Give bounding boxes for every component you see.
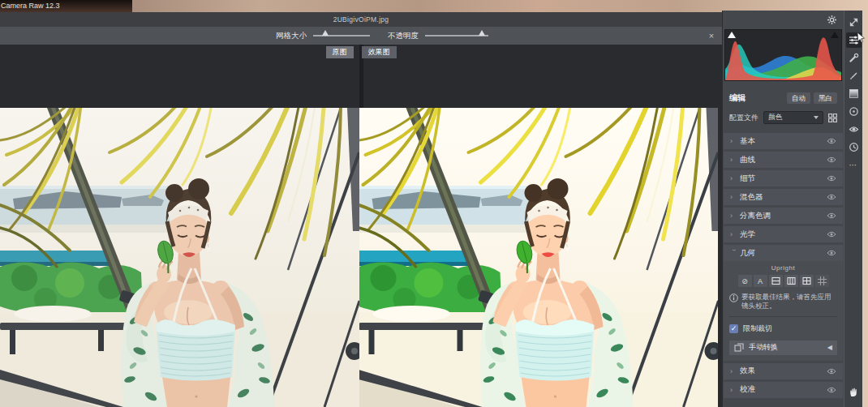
filename-bar: 2UBigivOiPM.jpg [0, 12, 722, 27]
collapse-left-icon[interactable]: ◀ [827, 344, 832, 351]
guided-icon [818, 276, 827, 285]
chevron-right-icon: › [730, 156, 740, 164]
red-eye-icon [849, 124, 859, 135]
view-toggle: 原图 效果图 [0, 46, 722, 58]
opacity-label: 不透明度 [388, 31, 419, 41]
spot-removal-icon [849, 53, 859, 63]
manual-transform-row[interactable]: 手动转换 ◀ [729, 341, 837, 355]
divider [729, 316, 837, 317]
camera-raw-window: Camera Raw 12.3 2UBigivOiPM.jpg 网格大小 不透明… [0, 0, 868, 407]
profile-row: 配置文件 颜色 [723, 109, 844, 126]
chevron-right-icon: › [730, 212, 740, 220]
eye-icon[interactable] [827, 156, 836, 163]
panel-header [723, 11, 844, 29]
settings-gear-icon[interactable] [827, 15, 837, 25]
eye-icon[interactable] [827, 231, 836, 238]
opacity-slider-thumb[interactable] [479, 30, 485, 36]
section-basic[interactable]: › 基本 [724, 133, 843, 149]
upright-guided-button[interactable] [815, 275, 829, 287]
upright-vertical-button[interactable] [784, 275, 798, 287]
original-view-button[interactable]: 原图 [326, 46, 354, 58]
upright-full-button[interactable] [800, 275, 814, 287]
section-geometry[interactable]: › 几何 [724, 245, 843, 261]
mouse-cursor [857, 32, 866, 47]
section-color-mixer[interactable]: › 混色器 [724, 189, 843, 205]
section-curve[interactable]: › 曲线 [724, 152, 843, 168]
adjustment-brush-button[interactable] [846, 68, 862, 84]
graduated-filter-button[interactable] [846, 86, 862, 101]
vertical-icon [787, 276, 796, 285]
chevron-right-icon: › [730, 193, 740, 201]
photo-after[interactable] [359, 108, 718, 407]
highlight-clipping-indicator[interactable] [831, 32, 839, 38]
radial-filter-button[interactable] [846, 104, 862, 119]
info-icon [729, 293, 738, 302]
profile-value: 颜色 [768, 113, 814, 122]
shadow-clipping-indicator[interactable] [728, 32, 736, 38]
upright-auto-button[interactable]: A [754, 275, 767, 287]
upright-buttons: ⊘ A [729, 275, 837, 287]
section-calibration[interactable]: › 校准 [724, 382, 843, 398]
grid-size-slider-thumb[interactable] [322, 30, 329, 36]
bw-button[interactable]: 黑白 [814, 92, 837, 104]
compare-view: 原图 效果图 [0, 45, 722, 407]
section-split-toning[interactable]: › 分离色调 [724, 208, 843, 224]
eye-icon[interactable] [827, 387, 836, 393]
snapshots-icon [849, 142, 859, 152]
constrain-crop-label: 限制裁切 [743, 323, 772, 334]
upright-off-button[interactable]: ⊘ [738, 275, 752, 287]
section-optics[interactable]: › 光学 [724, 226, 843, 242]
level-icon [771, 276, 780, 285]
photo-pair [0, 108, 722, 407]
red-eye-button[interactable] [846, 122, 862, 137]
snapshots-button[interactable] [846, 139, 862, 155]
chevron-down-icon [814, 116, 819, 119]
chevron-down-icon: › [730, 249, 738, 257]
manual-transform-label: 手动转换 [749, 342, 778, 353]
geometry-content: Upright ⊘ A 要获取最佳结果，请首先应用镜头校正。 ✓ 限制裁切 [724, 261, 843, 361]
tool-column: ⋯ [844, 11, 862, 407]
geometry-info: 要获取最佳结果，请首先应用镜头校正。 [729, 293, 837, 311]
upright-level-button[interactable] [769, 275, 783, 287]
chevron-right-icon: › [730, 174, 740, 182]
overlay-controls-bar: 网格大小 不透明度 × [0, 27, 722, 45]
chevron-right-icon: › [730, 137, 740, 145]
constrain-crop-row[interactable]: ✓ 限制裁切 [729, 322, 837, 336]
close-overlay-button[interactable]: × [706, 31, 717, 41]
eye-icon[interactable] [827, 194, 836, 200]
profile-label: 配置文件 [729, 113, 758, 123]
chevron-right-icon: › [730, 367, 740, 375]
transform-icon [734, 343, 744, 352]
grid-size-label: 网格大小 [276, 31, 307, 41]
opacity-slider[interactable] [425, 35, 488, 36]
eye-icon[interactable] [827, 368, 836, 375]
effect-view-button[interactable]: 效果图 [362, 46, 397, 58]
auto-button[interactable]: 自动 [787, 92, 810, 104]
filename-label: 2UBigivOiPM.jpg [333, 15, 389, 24]
expand-button[interactable] [846, 15, 862, 30]
photo-before[interactable] [0, 108, 359, 407]
chevron-right-icon: › [730, 386, 740, 394]
eye-icon[interactable] [827, 175, 836, 182]
grid-size-slider[interactable] [313, 35, 370, 36]
eye-icon[interactable] [827, 250, 836, 256]
full-icon [802, 276, 811, 285]
upright-label: Upright [729, 264, 837, 272]
hand-tool[interactable] [848, 386, 859, 401]
section-effects[interactable]: › 效果 [724, 363, 843, 379]
eye-icon[interactable] [827, 138, 836, 144]
more-tools-button[interactable]: ⋯ [846, 157, 862, 173]
spot-removal-button[interactable] [846, 50, 862, 66]
hand-icon [848, 386, 859, 397]
graduated-filter-icon [849, 88, 859, 99]
titlebar: Camera Raw 12.3 [0, 0, 132, 12]
eye-icon[interactable] [827, 212, 836, 219]
profile-dropdown[interactable]: 颜色 [763, 111, 823, 124]
more-icon: ⋯ [849, 161, 858, 169]
profile-browser-grid-icon[interactable] [828, 114, 837, 122]
section-detail[interactable]: › 细节 [724, 170, 843, 186]
histogram[interactable] [724, 29, 842, 81]
geometry-info-text: 要获取最佳结果，请首先应用镜头校正。 [741, 293, 837, 311]
constrain-crop-checkbox[interactable]: ✓ [729, 324, 738, 333]
adjustment-brush-icon [849, 71, 859, 81]
